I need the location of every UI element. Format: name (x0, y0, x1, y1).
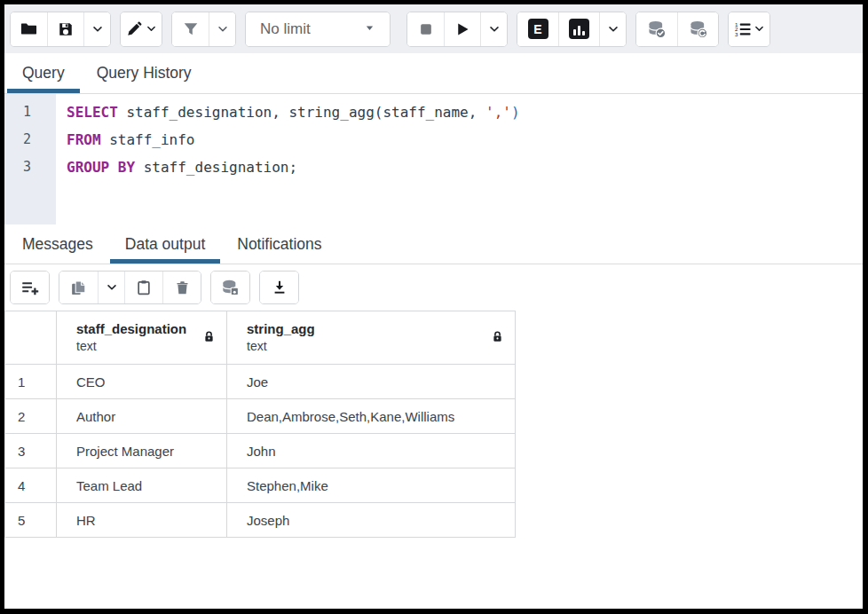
limit-group: No limit (245, 12, 391, 47)
stop-button[interactable] (407, 12, 444, 46)
execute-query-button[interactable] (444, 12, 480, 46)
line-number: 1 (4, 98, 56, 126)
filter-options-dropdown[interactable] (209, 12, 235, 46)
line-number: 2 (4, 126, 56, 154)
cell-staff-designation[interactable]: CEO (57, 365, 227, 399)
rollback-button[interactable] (677, 12, 718, 46)
filter-icon (183, 21, 199, 37)
save-options-dropdown[interactable] (83, 12, 110, 46)
tab-data-output-label: Data output (125, 235, 205, 254)
row-number-cell[interactable]: 4 (5, 468, 57, 503)
transaction-button-group (635, 12, 719, 47)
numbered-list-icon: 1 2 3 (734, 20, 752, 38)
filter-button-group (171, 12, 236, 47)
explain-icon: E (528, 19, 548, 39)
cell-staff-designation[interactable]: Author (57, 399, 227, 434)
active-tab-indicator (110, 259, 220, 264)
chevron-down-icon (488, 23, 501, 35)
query-tool-window: No limit (4, 4, 863, 609)
filter-button[interactable] (172, 12, 209, 46)
cell-string-agg[interactable]: Joseph (227, 503, 516, 538)
save-file-button[interactable] (47, 12, 83, 46)
save-icon (58, 21, 74, 37)
clipboard-icon (136, 279, 152, 295)
table-row: 1 CEO Joe (5, 365, 516, 399)
line-number-gutter: 1 2 3 (4, 94, 56, 224)
explain-button-group: E (517, 12, 627, 47)
cell-string-agg[interactable]: Stephen,Mike (227, 468, 516, 503)
trash-icon (175, 280, 190, 295)
active-tab-indicator (7, 89, 80, 93)
sql-code-input[interactable]: SELECT staff_designation, string_agg(sta… (56, 94, 863, 224)
row-number-cell[interactable]: 5 (5, 503, 57, 538)
explain-button[interactable]: E (517, 12, 558, 46)
column-header-staff-designation[interactable]: staff_designation text (57, 311, 227, 365)
explain-options-dropdown[interactable] (599, 12, 626, 46)
tab-query-history[interactable]: Query History (82, 53, 207, 93)
row-number-cell[interactable]: 1 (5, 365, 57, 399)
chevron-down-icon (146, 23, 157, 35)
database-rollback-icon (689, 20, 708, 39)
select-all-cell[interactable] (5, 311, 57, 365)
cell-staff-designation[interactable]: Team Lead (57, 468, 227, 503)
tab-query[interactable]: Query (7, 53, 80, 93)
chevron-down-icon (607, 23, 619, 35)
copy-options-dropdown[interactable] (98, 272, 124, 303)
table-row: 5 HR Joseph (5, 503, 516, 538)
svg-text:3: 3 (735, 30, 738, 36)
lock-icon (202, 330, 216, 346)
row-number-cell[interactable]: 3 (5, 434, 57, 468)
output-tab-bar: Messages Data output Notifications (4, 224, 863, 264)
grid-body: 1 CEO Joe 2 Author Dean,Ambrose,Seth,Kan… (5, 365, 516, 538)
explain-analyze-button[interactable] (558, 12, 599, 46)
row-limit-value: No limit (260, 20, 311, 38)
delete-row-button[interactable] (162, 272, 201, 303)
lock-icon (491, 330, 504, 346)
macros-button-group: 1 2 3 (728, 12, 770, 47)
column-header-text: string_agg text (247, 320, 315, 355)
row-limit-select[interactable]: No limit (246, 12, 390, 46)
bar-chart-icon (569, 19, 589, 39)
tab-messages-label: Messages (22, 235, 93, 254)
clipboard-group (59, 271, 201, 304)
paste-button[interactable] (124, 272, 162, 303)
cell-string-agg[interactable]: Joe (227, 365, 516, 399)
query-tab-bar: Query Query History (4, 53, 863, 94)
cell-string-agg[interactable]: John (227, 434, 516, 468)
save-data-changes-button[interactable] (211, 272, 249, 303)
results-grid-area: staff_designation text string_agg (4, 311, 863, 609)
table-row: 3 Project Manager John (5, 434, 516, 468)
chevron-down-icon (217, 23, 229, 35)
cell-staff-designation[interactable]: HR (57, 503, 227, 538)
edit-dropdown-button[interactable] (121, 12, 162, 46)
cell-staff-designation[interactable]: Project Manager (57, 434, 227, 468)
pencil-icon (126, 21, 142, 37)
row-number-cell[interactable]: 2 (5, 399, 57, 434)
open-file-button[interactable] (11, 12, 47, 46)
file-button-group (10, 12, 111, 47)
cell-string-agg[interactable]: Dean,Ambrose,Seth,Kane,Williams (227, 399, 516, 434)
tab-notifications-label: Notifications (237, 235, 321, 254)
tab-notifications[interactable]: Notifications (222, 224, 336, 264)
code-line-1: SELECT staff_designation, string_agg(sta… (67, 98, 863, 126)
macros-dropdown-button[interactable]: 1 2 3 (729, 12, 769, 46)
save-data-group (210, 271, 250, 304)
chevron-down-icon (754, 23, 765, 35)
tab-query-history-label: Query History (97, 64, 192, 83)
tab-query-label: Query (22, 64, 65, 83)
folder-icon (20, 20, 37, 37)
execute-options-dropdown[interactable] (480, 12, 507, 46)
commit-button[interactable] (636, 12, 677, 46)
caret-down-icon (364, 20, 375, 38)
add-row-group (10, 271, 50, 304)
tab-data-output[interactable]: Data output (110, 224, 220, 264)
table-row: 2 Author Dean,Ambrose,Seth,Kane,Williams (5, 399, 516, 434)
column-header-string-agg[interactable]: string_agg text (227, 311, 516, 365)
copy-icon (70, 279, 87, 296)
add-row-button[interactable] (11, 272, 49, 303)
column-header-text: staff_designation text (76, 320, 186, 355)
copy-button[interactable] (59, 272, 98, 303)
download-results-button[interactable] (260, 272, 298, 303)
tab-messages[interactable]: Messages (7, 224, 108, 264)
download-group (259, 271, 299, 304)
